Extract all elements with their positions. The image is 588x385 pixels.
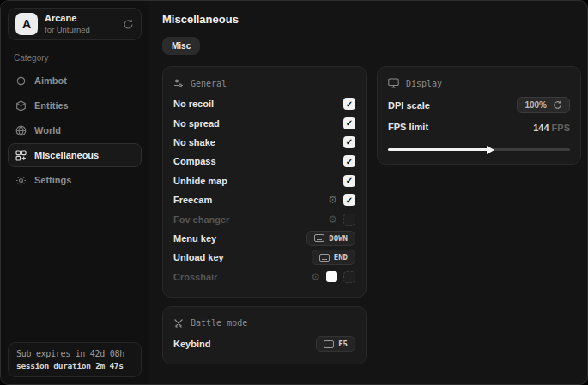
toggle-row-no-recoil: No recoil ✓ xyxy=(173,94,355,113)
toggle-row-no-spread: No spread ✓ xyxy=(173,113,355,132)
main-content: Miscellaneous Misc General xyxy=(149,1,588,384)
brand-title: Arcane xyxy=(45,13,90,25)
app-window: A Arcane for Unturned Category Aimbot xyxy=(0,0,588,385)
entities-icon xyxy=(15,100,27,111)
display-panel-title: Display xyxy=(406,79,442,88)
gear-icon xyxy=(15,175,27,186)
tab-bar: Misc xyxy=(162,37,581,55)
toggle-row-compass: Compass ✓ xyxy=(173,152,355,171)
no-recoil-checkbox[interactable]: ✓ xyxy=(343,98,355,110)
reset-icon xyxy=(553,100,562,110)
app-logo: A xyxy=(15,13,38,35)
fov-changer-checkbox[interactable] xyxy=(343,214,355,226)
keyboard-icon xyxy=(319,254,330,262)
unload-key-button[interactable]: END xyxy=(312,250,355,265)
battle-mode-panel: Battle mode Keybind F5 xyxy=(162,306,367,364)
toggle-row-crosshair: Crosshair ⚙ xyxy=(173,268,355,286)
general-panel-title: General xyxy=(191,79,227,88)
menu-key-button[interactable]: DOWN xyxy=(306,231,355,246)
sliders-icon xyxy=(173,78,184,88)
freecam-checkbox[interactable]: ✓ xyxy=(343,194,355,206)
brand-subtitle: for Unturned xyxy=(45,25,90,35)
crosshair-checkbox[interactable] xyxy=(343,271,355,283)
sidebar-item-label: Entities xyxy=(34,100,69,111)
keybind-row-menu-key: Menu key DOWN xyxy=(173,229,355,248)
toggle-row-no-shake: No shake ✓ xyxy=(173,133,355,152)
keyboard-icon xyxy=(314,234,324,242)
toggle-row-freecam: Freecam ⚙ ✓ xyxy=(173,190,355,209)
sidebar-item-entities[interactable]: Entities xyxy=(8,93,142,117)
freecam-settings-gear-icon[interactable]: ⚙ xyxy=(328,195,337,205)
sidebar-nav: Aimbot Entities World xyxy=(8,69,142,192)
dpi-scale-row: DPI scale 100% xyxy=(388,94,570,116)
brand-card: A Arcane for Unturned xyxy=(8,8,142,40)
dpi-scale-button[interactable]: 100% xyxy=(517,97,570,113)
sidebar-item-label: World xyxy=(34,125,61,135)
general-panel: General No recoil ✓ No spread ✓ No shake… xyxy=(162,66,367,298)
fps-limit-row: FPS limit 144 FPS xyxy=(388,116,570,137)
slider-fill xyxy=(388,148,488,151)
fps-limit-value: 144 FPS xyxy=(533,119,570,135)
grid-icon xyxy=(15,150,27,161)
sidebar: A Arcane for Unturned Category Aimbot xyxy=(1,1,149,384)
display-panel-header: Display xyxy=(388,75,570,91)
panels-area: General No recoil ✓ No spread ✓ No shake… xyxy=(162,66,581,364)
battle-mode-panel-header: Battle mode xyxy=(173,316,355,331)
subscription-card: Sub expires in 42d 08h session duration … xyxy=(8,342,142,377)
keybind-row-unload-key: Unload key END xyxy=(173,248,355,267)
keyboard-icon xyxy=(324,340,334,348)
category-label: Category xyxy=(14,53,136,63)
sidebar-item-aimbot[interactable]: Aimbot xyxy=(8,69,142,93)
battle-keybind-button[interactable]: F5 xyxy=(316,336,355,352)
swords-icon xyxy=(173,318,184,328)
no-shake-checkbox[interactable]: ✓ xyxy=(343,136,355,148)
sub-expires-text: Sub expires in 42d 08h xyxy=(16,349,133,358)
sidebar-item-label: Aimbot xyxy=(34,75,67,86)
slider-thumb[interactable] xyxy=(487,146,494,154)
unhide-map-checkbox[interactable]: ✓ xyxy=(343,175,355,187)
compass-checkbox[interactable]: ✓ xyxy=(343,155,355,167)
crosshair-settings-gear-icon[interactable]: ⚙ xyxy=(311,272,320,282)
crosshair-icon xyxy=(15,75,27,87)
crosshair-color-swatch[interactable] xyxy=(326,271,337,282)
fov-changer-settings-gear-icon[interactable]: ⚙ xyxy=(328,214,337,225)
left-column: General No recoil ✓ No spread ✓ No shake… xyxy=(162,66,367,364)
page-title: Miscellaneous xyxy=(162,13,581,26)
tab-misc[interactable]: Misc xyxy=(162,37,200,55)
toggle-row-fov-changer: Fov changer ⚙ xyxy=(173,209,355,228)
general-panel-header: General xyxy=(173,75,355,91)
globe-icon xyxy=(15,125,27,136)
session-duration-text: session duration 2m 47s xyxy=(16,361,133,370)
battle-mode-panel-title: Battle mode xyxy=(191,318,247,328)
brand-text: Arcane for Unturned xyxy=(45,13,90,35)
sidebar-item-label: Settings xyxy=(34,175,71,185)
sidebar-item-label: Miscellaneous xyxy=(34,150,99,160)
refresh-icon[interactable] xyxy=(123,19,134,30)
fps-limit-slider[interactable] xyxy=(388,145,570,153)
no-spread-checkbox[interactable]: ✓ xyxy=(343,117,355,129)
sidebar-item-miscellaneous[interactable]: Miscellaneous xyxy=(8,143,142,167)
monitor-icon xyxy=(388,78,399,88)
toggle-row-unhide-map: Unhide map ✓ xyxy=(173,171,355,190)
right-column: Display DPI scale 100% xyxy=(377,66,581,165)
keybind-row-battle-keybind: Keybind F5 xyxy=(173,334,355,353)
sidebar-item-world[interactable]: World xyxy=(8,118,142,142)
sidebar-item-settings[interactable]: Settings xyxy=(8,168,142,192)
display-panel: Display DPI scale 100% xyxy=(377,66,581,165)
